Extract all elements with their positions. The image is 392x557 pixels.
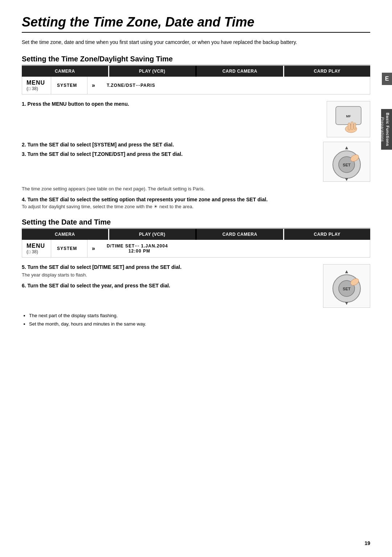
step3-note: The time zone setting appears (see table… <box>22 186 370 191</box>
set-dial-svg-2: SET ▲ ▼ <box>325 266 368 306</box>
mode-card-play-1: CARD PLAY <box>284 66 371 77</box>
step4-label: 4. Turn the SET dial to select the setti… <box>22 197 370 202</box>
sidebar-basic-functions: Basic Functions <box>385 113 390 146</box>
mode-bar-1: CAMERA PLAY (VCR) CARD CAMERA CARD PLAY <box>22 66 370 77</box>
svg-text:MF: MF <box>346 114 351 118</box>
menu-row-1: MENU (□ 38) SYSTEM » T.ZONE/DST···PARIS <box>22 77 370 94</box>
step5-note: The year display starts to flash. <box>22 272 316 278</box>
menu-label-1: MENU (□ 38) <box>22 77 51 94</box>
double-arrow-icon-1: » <box>92 82 95 89</box>
step4-note: To adjust for daylight saving time, sele… <box>22 204 370 209</box>
mode-camera-2: CAMERA <box>22 229 108 240</box>
svg-text:▼: ▼ <box>344 300 349 306</box>
menu-text-2: MENU <box>26 243 45 249</box>
menu-text-1: MENU <box>26 80 45 86</box>
mode-card-camera-2: CARD CAMERA <box>197 229 283 240</box>
step2-3-image: SET ▲ ▼ <box>323 142 370 182</box>
menu-label-2: MENU (□ 38) <box>22 240 51 257</box>
menu-press-svg: MF <box>328 103 368 136</box>
section2-title: Setting the Date and Time <box>22 218 370 226</box>
svg-text:SET: SET <box>343 163 351 167</box>
step5-container: 5. Turn the SET dial to select [D/TIME S… <box>22 264 370 308</box>
menu-value-line1-2: D/TIME SET··· 1.JAN.2004 <box>107 243 168 249</box>
section1-title: Setting the Time Zone/Daylight Saving Ti… <box>22 55 370 63</box>
menu-arrow-2: » <box>87 240 101 257</box>
mode-play-vcr-1: PLAY (VCR) <box>109 66 196 77</box>
step2-3-container: 2. Turn the SET dial to select [SYSTEM] … <box>22 142 370 182</box>
step2-label: 2. Turn the SET dial to select [SYSTEM] … <box>22 142 316 148</box>
menu-system-2: SYSTEM <box>51 240 87 257</box>
svg-rect-4 <box>351 122 353 130</box>
svg-text:▲: ▲ <box>344 269 349 274</box>
mode-play-vcr-2: PLAY (VCR) <box>109 229 196 240</box>
menu-value-2: D/TIME SET··· 1.JAN.2004 12:00 PM <box>101 240 370 257</box>
menu-ref-2: (□ 38) <box>26 249 38 254</box>
intro-text: Set the time zone, date and time when yo… <box>22 39 334 46</box>
step3-label: 3. Turn the SET dial to select [T.ZONE/D… <box>22 151 316 157</box>
sidebar: Basic Functions Preparations <box>381 109 392 150</box>
sidebar-preparations: Preparations <box>380 117 385 142</box>
mode-card-camera-1: CARD CAMERA <box>197 66 283 77</box>
step1-image: MF <box>327 101 370 137</box>
svg-rect-3 <box>348 123 350 130</box>
title-rule <box>22 32 370 33</box>
menu-value-1: T.ZONE/DST···PARIS <box>101 77 370 94</box>
mode-card-play-2: CARD PLAY <box>284 229 371 240</box>
double-arrow-icon-2: » <box>92 245 95 252</box>
svg-rect-5 <box>354 123 356 129</box>
step1-label: 1. Press the MENU button to open the men… <box>22 101 319 107</box>
page-number: 19 <box>364 540 370 546</box>
menu-ref-1: (□ 38) <box>26 86 38 91</box>
menu-arrow-1: » <box>87 77 101 94</box>
step6-label: 6. Turn the SET dial to select the year,… <box>22 283 316 288</box>
svg-text:▲: ▲ <box>344 145 349 150</box>
step5-label: 5. Turn the SET dial to select [D/TIME S… <box>22 264 316 270</box>
step1-container: 1. Press the MENU button to open the men… <box>22 101 370 137</box>
svg-text:▼: ▼ <box>344 176 349 181</box>
menu-system-1: SYSTEM <box>51 77 87 94</box>
menu-row-2: MENU (□ 38) SYSTEM » D/TIME SET··· 1.JAN… <box>22 240 370 258</box>
page-title: Setting the Time Zone, Date and Time <box>22 15 370 30</box>
e-tab: E <box>382 73 392 85</box>
step5-image: SET ▲ ▼ <box>323 264 370 308</box>
bullet-item-1: The next part of the display starts flas… <box>29 312 370 320</box>
svg-text:SET: SET <box>343 287 351 291</box>
step5-text: 5. Turn the SET dial to select [D/TIME S… <box>22 264 316 288</box>
set-dial-svg: SET ▲ ▼ <box>325 143 368 181</box>
menu-value-line2-2: 12:00 PM <box>128 249 168 254</box>
step1-text: 1. Press the MENU button to open the men… <box>22 101 319 107</box>
mode-bar-2: CAMERA PLAY (VCR) CARD CAMERA CARD PLAY <box>22 229 370 240</box>
bullet-item-2: Set the month, day, hours and minutes in… <box>29 320 370 328</box>
step2-3-text: 2. Turn the SET dial to select [SYSTEM] … <box>22 142 316 157</box>
mode-camera-1: CAMERA <box>22 66 108 77</box>
step6-bullets: The next part of the display starts flas… <box>29 312 370 328</box>
